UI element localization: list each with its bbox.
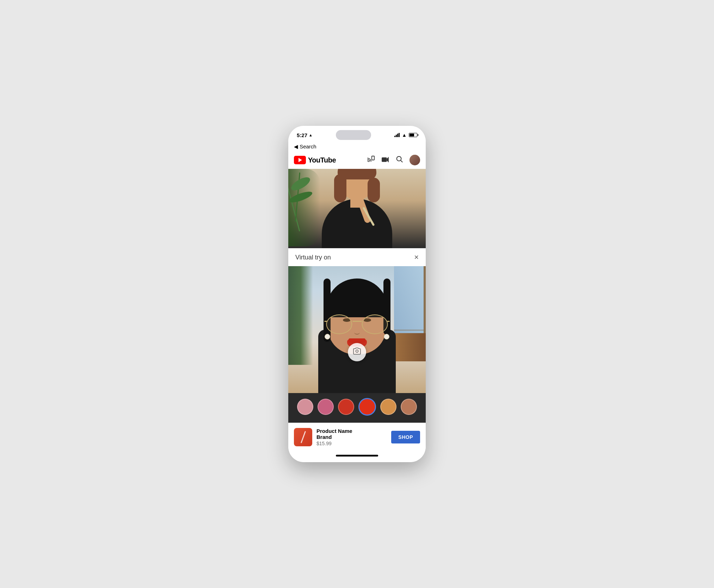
ar-shelf (394, 333, 426, 361)
swatch-3[interactable] (338, 399, 354, 415)
swatch-4-active[interactable] (358, 398, 376, 416)
location-arrow-icon: ▲ (309, 133, 313, 137)
product-section: Product Name Brand $15.99 SHOP (288, 423, 426, 451)
svg-point-4 (356, 350, 358, 353)
signal-icon (394, 133, 400, 137)
status-bar: 5:27 ▲ ▲ (288, 126, 426, 142)
vto-close-button[interactable]: × (414, 253, 419, 262)
camera-shutter-button[interactable] (348, 343, 366, 361)
swatch-6[interactable] (401, 399, 417, 415)
battery-icon (409, 133, 417, 137)
ar-glasses-left-lens (326, 314, 352, 334)
product-info-left: Product Name Brand $15.99 (294, 428, 352, 446)
youtube-logo[interactable]: YouTube (294, 156, 336, 164)
home-indicator-area (288, 451, 426, 462)
ar-glasses-bridge (352, 321, 362, 322)
ar-glasses-right-lens (362, 314, 388, 334)
home-bar (336, 455, 378, 457)
search-icon[interactable] (395, 155, 403, 165)
video-background (288, 169, 426, 248)
ar-lips-upper (349, 338, 365, 343)
status-icons: ▲ (394, 132, 417, 138)
youtube-logo-text: YouTube (308, 156, 336, 164)
status-time: 5:27 ▲ (297, 132, 313, 138)
person-hair-left (334, 174, 346, 202)
svg-marker-1 (387, 157, 389, 163)
youtube-play-icon (294, 156, 306, 164)
ar-glasses-arm-right (387, 321, 390, 322)
product-slash-decoration (300, 431, 306, 443)
product-name: Product Name (316, 428, 352, 434)
time-display: 5:27 (297, 132, 307, 138)
cast-icon[interactable] (367, 155, 375, 165)
ar-glasses-arm-left (325, 321, 327, 322)
ar-camera-view[interactable] (288, 266, 426, 393)
swatch-strip (288, 393, 426, 423)
svg-point-2 (397, 157, 401, 161)
video-camera-icon[interactable] (381, 155, 389, 165)
vto-title: Virtual try on (295, 254, 331, 261)
user-avatar[interactable] (410, 155, 420, 165)
swatch-2[interactable] (318, 399, 334, 415)
camera-icon (353, 347, 361, 357)
ar-foliage-left (288, 266, 313, 365)
video-player[interactable] (288, 169, 426, 248)
ar-window-divider (394, 330, 426, 331)
play-triangle (298, 158, 302, 162)
product-price: $15.99 (316, 441, 352, 446)
shop-button[interactable]: SHOP (391, 431, 420, 443)
header-actions (367, 155, 420, 165)
ar-glasses-overlay (325, 314, 390, 336)
product-thumbnail (294, 428, 312, 446)
youtube-header: YouTube (288, 153, 426, 169)
swatch-5[interactable] (380, 399, 396, 415)
svg-line-3 (401, 160, 402, 162)
swatch-1[interactable] (297, 399, 313, 415)
product-info: Product Name Brand $15.99 (316, 428, 352, 446)
dynamic-island (336, 130, 371, 140)
back-label: ◀ Search (294, 143, 316, 150)
back-nav: ◀ Search (288, 142, 426, 153)
vto-header: Virtual try on × (288, 248, 426, 266)
product-brand: Brand (316, 434, 352, 440)
back-link[interactable]: ◀ Search (294, 143, 420, 150)
wifi-icon: ▲ (402, 132, 407, 138)
phone-frame: 5:27 ▲ ▲ ◀ Search YouTube (288, 126, 426, 462)
person-hair-right (368, 178, 380, 202)
svg-rect-0 (372, 156, 374, 160)
